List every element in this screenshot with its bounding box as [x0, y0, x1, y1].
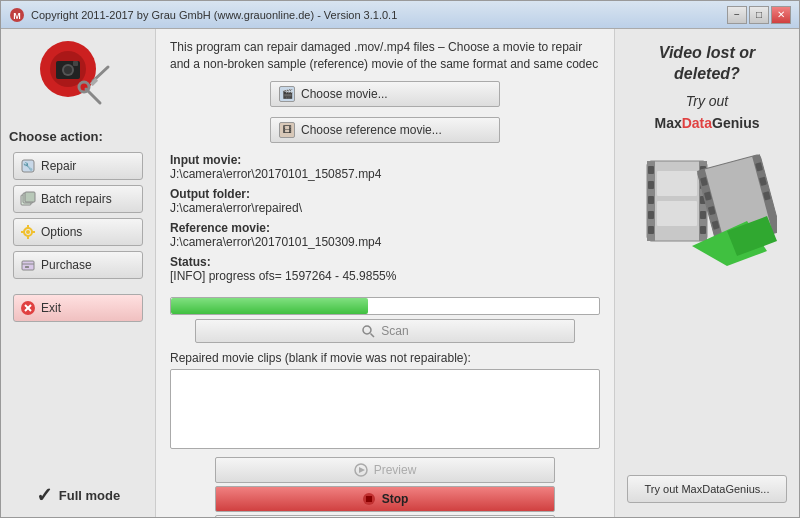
main-content: Choose action: 🔧 Repair Batch repairs	[1, 29, 799, 517]
scan-row: Scan	[170, 319, 600, 343]
output-folder-section: Output folder: J:\camera\error\repaired\	[170, 187, 600, 215]
svg-rect-43	[648, 211, 654, 219]
checkmark-icon: ✓	[36, 483, 53, 507]
exit-icon	[20, 300, 36, 316]
logo-icon	[38, 39, 118, 119]
repaired-clips-label: Repaired movie clips (blank if movie was…	[170, 351, 600, 365]
reference-icon: 🎞	[279, 122, 295, 138]
purchase-button[interactable]: Purchase	[13, 251, 143, 279]
choose-reference-row: 🎞 Choose reference movie...	[170, 117, 600, 143]
main-window: M Copyright 2011-2017 by Grau GmbH (www.…	[0, 0, 800, 518]
choose-reference-button[interactable]: 🎞 Choose reference movie...	[270, 117, 500, 143]
status-section: Status: [INFO] progress ofs= 1597264 - 4…	[170, 255, 600, 283]
repair-button[interactable]: 🔧 Repair	[13, 152, 143, 180]
window-controls: − □ ✕	[727, 6, 791, 24]
svg-marker-32	[359, 467, 365, 473]
output-folder-value: J:\camera\error\repaired\	[170, 201, 302, 215]
stop-button[interactable]: Stop	[215, 486, 555, 512]
svg-line-30	[371, 333, 375, 337]
svg-rect-51	[657, 201, 697, 226]
full-mode: ✓ Full mode	[36, 483, 120, 507]
scan-button[interactable]: Scan	[195, 319, 575, 343]
svg-rect-16	[25, 192, 35, 202]
choose-buttons-row: 🎬 Choose movie...	[170, 81, 600, 107]
ad-graphic	[637, 141, 777, 271]
svg-rect-40	[648, 166, 654, 174]
title-bar: M Copyright 2011-2017 by Grau GmbH (www.…	[1, 1, 799, 29]
preview-icon	[354, 463, 368, 477]
input-movie-value: J:\camera\error\20170101_150857.mp4	[170, 167, 381, 181]
svg-rect-49	[700, 226, 706, 234]
progress-section: Scan	[170, 297, 600, 343]
batch-repairs-button[interactable]: Batch repairs	[13, 185, 143, 213]
open-repair-report-button[interactable]: i Open repair report	[215, 515, 555, 517]
preview-button[interactable]: Preview	[215, 457, 555, 483]
minimize-button[interactable]: −	[727, 6, 747, 24]
svg-point-6	[64, 66, 72, 74]
reference-movie-section: Reference movie: J:\camera\error\2017010…	[170, 221, 600, 249]
svg-point-29	[363, 326, 371, 334]
title-bar-text: Copyright 2011-2017 by Grau GmbH (www.gr…	[31, 9, 727, 21]
ad-title-line1: Video lost or deleted?	[659, 43, 755, 85]
reference-movie-label: Reference movie:	[170, 221, 270, 235]
svg-point-18	[26, 230, 30, 234]
svg-text:🔧: 🔧	[23, 161, 33, 171]
stop-icon	[362, 492, 376, 506]
ad-image	[637, 141, 777, 271]
center-panel: This program can repair damaged .mov/.mp…	[156, 29, 614, 517]
description-text: This program can repair damaged .mov/.mp…	[170, 39, 600, 73]
svg-text:M: M	[13, 11, 21, 21]
ad-brand: MaxDataGenius	[654, 115, 759, 131]
options-button[interactable]: Options	[13, 218, 143, 246]
app-logo	[38, 39, 118, 119]
ad-subtitle: Try out	[686, 93, 729, 109]
bottom-buttons: Preview Stop i Open repair report	[170, 457, 600, 517]
svg-rect-23	[22, 261, 34, 270]
repaired-clips-box	[170, 369, 600, 449]
svg-rect-34	[366, 496, 372, 502]
sidebar: Choose action: 🔧 Repair Batch repairs	[1, 29, 156, 517]
svg-rect-44	[648, 226, 654, 234]
choose-action-label: Choose action:	[9, 129, 103, 144]
progress-bar-container	[170, 297, 600, 315]
output-folder-label: Output folder:	[170, 187, 250, 201]
svg-rect-42	[648, 196, 654, 204]
try-maxdata-button[interactable]: Try out MaxDataGenius...	[627, 475, 787, 503]
svg-rect-41	[648, 181, 654, 189]
movie-icon: 🎬	[279, 86, 295, 102]
maximize-button[interactable]: □	[749, 6, 769, 24]
reference-movie-value: J:\camera\error\20170101_150309.mp4	[170, 235, 381, 249]
input-movie-section: Input movie: J:\camera\error\20170101_15…	[170, 153, 600, 181]
close-button[interactable]: ✕	[771, 6, 791, 24]
batch-icon	[20, 191, 36, 207]
progress-bar-fill	[171, 298, 368, 314]
scan-icon	[361, 324, 375, 338]
exit-button[interactable]: Exit	[13, 294, 143, 322]
options-icon	[20, 224, 36, 240]
svg-rect-50	[657, 171, 697, 196]
repair-icon: 🔧	[20, 158, 36, 174]
svg-rect-48	[700, 211, 706, 219]
status-label: Status:	[170, 255, 211, 269]
choose-movie-button[interactable]: 🎬 Choose movie...	[270, 81, 500, 107]
purchase-icon	[20, 257, 36, 273]
right-panel: Video lost or deleted? Try out MaxDataGe…	[614, 29, 799, 517]
status-value: [INFO] progress ofs= 1597264 - 45.9855%	[170, 269, 396, 283]
input-movie-label: Input movie:	[170, 153, 241, 167]
svg-rect-7	[73, 61, 78, 66]
app-icon: M	[9, 7, 25, 23]
svg-rect-25	[25, 266, 29, 268]
